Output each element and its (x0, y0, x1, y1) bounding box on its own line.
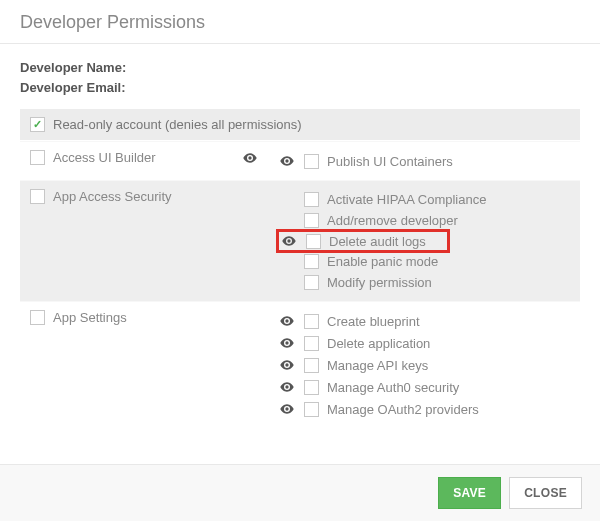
permission-group: App Access SecurityActivate HIPAA Compli… (20, 180, 580, 301)
eye-icon (279, 153, 295, 169)
close-button[interactable]: CLOSE (509, 477, 582, 509)
eye-icon (279, 401, 295, 417)
checkbox[interactable] (30, 150, 45, 165)
permission-label: Activate HIPAA Compliance (327, 192, 486, 207)
permission-label: Add/remove developer (327, 213, 458, 228)
group-label: Access UI Builder (53, 150, 156, 165)
eye-slot (278, 401, 296, 417)
permission-row[interactable]: Enable panic mode (278, 251, 570, 272)
permission-label: Modify permission (327, 275, 432, 290)
permission-row[interactable]: Delete audit logs (278, 231, 448, 251)
permission-row[interactable]: Manage OAuth2 providers (278, 398, 570, 420)
group-label: App Access Security (53, 189, 172, 204)
permission-label: Enable panic mode (327, 254, 438, 269)
eye-icon (279, 357, 295, 373)
dialog-body: Developer Name: Developer Email: Read-on… (0, 44, 600, 464)
checkbox[interactable] (304, 275, 319, 290)
permission-label: Manage OAuth2 providers (327, 402, 479, 417)
permission-group-header[interactable]: App Settings (20, 302, 268, 428)
permission-group: Access UI BuilderPublish UI Containers (20, 141, 580, 180)
permission-row[interactable]: Manage API keys (278, 354, 570, 376)
checkbox[interactable] (306, 234, 321, 249)
dialog-footer: SAVE CLOSE (0, 464, 600, 521)
checkbox[interactable] (30, 117, 45, 132)
eye-icon (279, 379, 295, 395)
permission-row[interactable]: Publish UI Containers (278, 150, 570, 172)
checkbox[interactable] (304, 380, 319, 395)
eye-icon (281, 233, 297, 249)
permission-label: Publish UI Containers (327, 154, 453, 169)
eye-icon (279, 313, 295, 329)
permission-label: Create blueprint (327, 314, 420, 329)
developer-info: Developer Name: Developer Email: (20, 58, 580, 97)
eye-slot (280, 233, 298, 249)
permission-group-header[interactable]: Access UI Builder (20, 142, 268, 180)
checkbox[interactable] (304, 213, 319, 228)
save-button[interactable]: SAVE (438, 477, 501, 509)
checkbox[interactable] (304, 154, 319, 169)
eye-slot (278, 313, 296, 329)
readonly-account-row[interactable]: Read-only account (denies all permission… (20, 109, 580, 141)
permission-group-items: Activate HIPAA ComplianceAdd/remove deve… (268, 181, 580, 301)
permission-group-items: Create blueprintDelete applicationManage… (268, 302, 580, 428)
eye-slot (278, 153, 296, 169)
eye-icon (242, 150, 258, 166)
dialog-title: Developer Permissions (0, 0, 600, 44)
checkbox[interactable] (304, 314, 319, 329)
eye-slot (278, 357, 296, 373)
permission-label: Delete audit logs (329, 234, 426, 249)
permission-row[interactable]: Add/remove developer (278, 210, 570, 231)
permission-group: App SettingsCreate blueprintDelete appli… (20, 301, 580, 428)
permission-group-items: Publish UI Containers (268, 142, 580, 180)
developer-name-label: Developer Name: (20, 58, 580, 78)
developer-email-label: Developer Email: (20, 78, 580, 98)
permission-label: Delete application (327, 336, 430, 351)
group-label: App Settings (53, 310, 127, 325)
checkbox[interactable] (304, 358, 319, 373)
permissions-scroll[interactable]: Read-only account (denies all permission… (20, 109, 580, 454)
checkbox[interactable] (304, 336, 319, 351)
permission-row[interactable]: Modify permission (278, 272, 570, 293)
eye-slot (278, 379, 296, 395)
permission-label: Manage Auth0 security (327, 380, 459, 395)
permission-row[interactable]: Delete application (278, 332, 570, 354)
eye-slot (278, 335, 296, 351)
permission-row[interactable]: Activate HIPAA Compliance (278, 189, 570, 210)
checkbox[interactable] (304, 192, 319, 207)
checkbox[interactable] (304, 254, 319, 269)
permission-label: Manage API keys (327, 358, 428, 373)
permission-group-header[interactable]: App Access Security (20, 181, 268, 301)
checkbox[interactable] (304, 402, 319, 417)
checkbox[interactable] (30, 189, 45, 204)
checkbox[interactable] (30, 310, 45, 325)
readonly-label: Read-only account (denies all permission… (53, 117, 302, 132)
permission-row[interactable]: Create blueprint (278, 310, 570, 332)
permission-row[interactable]: Manage Auth0 security (278, 376, 570, 398)
eye-icon (279, 335, 295, 351)
permissions-panel: Read-only account (denies all permission… (20, 109, 580, 454)
